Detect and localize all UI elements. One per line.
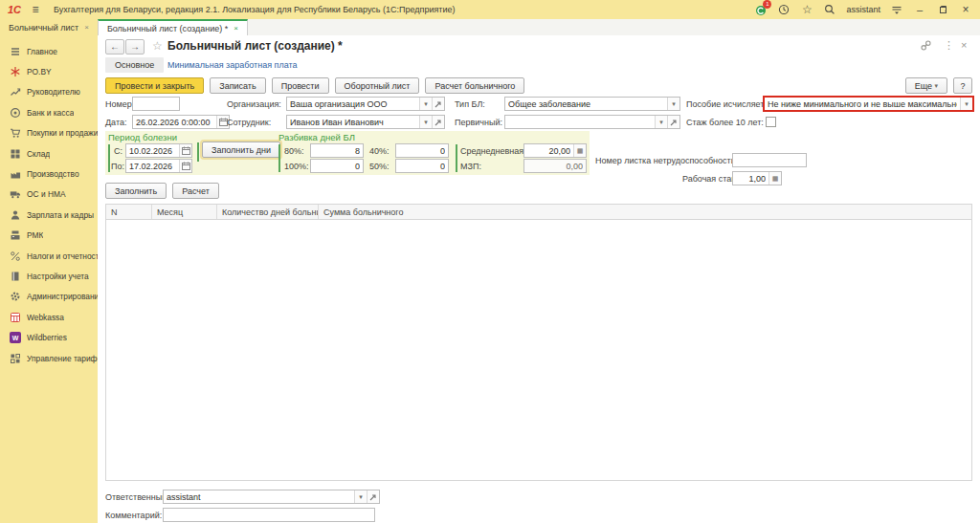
sidebar-item-accounting-settings[interactable]: Настройки учета: [0, 266, 98, 286]
more-button[interactable]: Еще ▾: [905, 77, 947, 94]
type-combo[interactable]: ▾: [504, 97, 680, 111]
close-document-icon[interactable]: ×: [961, 39, 967, 51]
fill-days-button[interactable]: Заполнить дни: [202, 142, 280, 158]
sidebar-item-taxes-reports[interactable]: Налоги и отчетность: [0, 246, 98, 266]
percent-icon: [10, 251, 21, 262]
service-menu-icon[interactable]: [890, 3, 903, 16]
p40-input[interactable]: [395, 143, 449, 158]
sidebar-item-production[interactable]: Производство: [0, 163, 98, 184]
fill-button[interactable]: Заполнить: [105, 183, 167, 199]
dropdown-button[interactable]: ▾: [667, 98, 679, 110]
calculator-icon[interactable]: ▦: [768, 172, 781, 185]
back-button[interactable]: ←: [105, 39, 124, 54]
employee-combo[interactable]: ▾: [286, 115, 445, 129]
sidebar-item-bank-cash[interactable]: Банк и касса: [0, 102, 98, 122]
dropdown-button[interactable]: ▾: [419, 116, 432, 128]
favorites-star-icon[interactable]: ☆: [800, 3, 813, 16]
type-label: Тип БЛ:: [455, 99, 485, 109]
months-table-body[interactable]: [105, 220, 972, 481]
close-window-button[interactable]: ×: [959, 3, 972, 16]
date-input[interactable]: [132, 115, 230, 129]
sidebar-item-payroll-hr[interactable]: Зарплата и кадры: [0, 205, 98, 225]
tabstrip-filler: [248, 19, 980, 35]
avg-daily-input[interactable]: ▦: [523, 143, 587, 158]
p50-label: 50%:: [369, 162, 390, 171]
main-menu-icon[interactable]: ≡: [29, 3, 42, 16]
get-link-icon[interactable]: [921, 40, 931, 51]
search-icon[interactable]: [823, 3, 836, 16]
responsible-combo[interactable]: ▾: [163, 490, 380, 504]
open-link-icon[interactable]: [432, 116, 444, 128]
calendar-icon[interactable]: [179, 144, 191, 157]
history-icon[interactable]: [777, 3, 791, 16]
sick-list-number-input[interactable]: [732, 153, 807, 167]
dropdown-caret-icon: ▾: [934, 82, 938, 90]
post-button[interactable]: Провести: [272, 77, 329, 94]
p40-label: 40%:: [369, 146, 390, 156]
avg-daily-label: Среднедневная:: [460, 146, 526, 156]
seniority-checkbox[interactable]: [766, 117, 776, 127]
sick-calc-button[interactable]: Расчет больничного: [425, 77, 524, 94]
sidebar-item-rmk[interactable]: РМК: [0, 226, 98, 246]
months-table-header: N Месяц Количество дней больничного Сумм…: [105, 204, 972, 220]
sidebar-item-purchases-sales[interactable]: Покупки и продажи: [0, 123, 98, 143]
p100-input[interactable]: [310, 159, 364, 173]
sidebar-item-tariff-management[interactable]: Управление тарифом: [0, 348, 98, 368]
sick-period-panel: Период болезни С: По: Заполнить дни Разб…: [105, 131, 590, 175]
calendar-icon[interactable]: [179, 160, 191, 172]
benefit-combo[interactable]: ▾: [763, 96, 974, 112]
discussions-icon[interactable]: 1: [754, 3, 768, 16]
current-user[interactable]: assistant: [846, 5, 880, 14]
svg-text:W: W: [12, 335, 19, 341]
minimize-button[interactable]: –: [913, 3, 926, 16]
dropdown-button[interactable]: ▾: [655, 116, 667, 128]
breakdown-group-title: Разбивка дней БЛ: [278, 132, 355, 142]
work-rate-input[interactable]: ▦: [732, 171, 782, 185]
tab-main-section[interactable]: Основное: [105, 57, 164, 73]
period-to-input[interactable]: [125, 159, 192, 173]
more-menu-icon[interactable]: ⋮: [944, 39, 954, 52]
sidebar-item-warehouse[interactable]: Склад: [0, 143, 98, 163]
tab-close-icon[interactable]: ×: [234, 24, 238, 33]
turnover-sheet-button[interactable]: Оборотный лист: [335, 77, 420, 94]
help-button[interactable]: ?: [953, 77, 972, 94]
sidebar-item-manager[interactable]: Руководителю: [0, 82, 98, 102]
comment-input[interactable]: [163, 508, 375, 522]
open-link-icon[interactable]: [367, 490, 379, 503]
employee-label: Сотрудник:: [227, 118, 271, 127]
open-link-icon[interactable]: [432, 98, 444, 110]
sidebar-item-wildberries[interactable]: W Wildberries: [0, 327, 98, 347]
calculator-icon[interactable]: ▦: [573, 144, 586, 157]
dropdown-button[interactable]: ▾: [354, 490, 367, 503]
forward-button[interactable]: →: [125, 39, 145, 54]
dropdown-button[interactable]: ▾: [960, 98, 972, 110]
sidebar-item-poby[interactable]: PO.BY: [0, 61, 98, 81]
group-marker: [278, 144, 280, 172]
cart-icon: [10, 127, 21, 139]
tab-sick-leave-new[interactable]: Больничный лист (создание) * ×: [98, 19, 248, 35]
open-link-icon[interactable]: [667, 116, 679, 128]
sidebar-item-fixed-assets[interactable]: ОС и НМА: [0, 185, 98, 205]
period-to-label: По:: [111, 162, 124, 171]
favorite-star-icon[interactable]: ☆: [152, 39, 163, 53]
restore-button[interactable]: [936, 3, 949, 16]
1c-logo-icon: 1С: [8, 4, 21, 15]
sidebar-item-webkassa[interactable]: Webkassa: [0, 307, 98, 327]
calc-button[interactable]: Расчет: [172, 183, 219, 199]
primary-combo[interactable]: ▾: [504, 115, 680, 129]
number-input[interactable]: [132, 97, 180, 111]
period-group-title: Период болезни: [108, 132, 177, 142]
sidebar-item-main[interactable]: Главное: [0, 41, 98, 61]
organization-combo[interactable]: ▾: [286, 97, 445, 111]
min-wage-link[interactable]: Минимальная заработная плата: [167, 60, 298, 70]
p80-input[interactable]: [310, 143, 364, 158]
post-and-close-button[interactable]: Провести и закрыть: [105, 77, 204, 94]
write-button[interactable]: Записать: [210, 77, 265, 94]
dropdown-button[interactable]: ▾: [419, 98, 432, 110]
seniority-label: Стаж более 10 лет:: [686, 118, 764, 127]
tab-close-icon[interactable]: ×: [84, 23, 89, 32]
period-from-input[interactable]: [125, 143, 192, 158]
tab-sick-leave-list[interactable]: Больничный лист ×: [0, 19, 98, 35]
p50-input[interactable]: [395, 159, 449, 173]
sidebar-item-administration[interactable]: Администрирование: [0, 287, 98, 307]
